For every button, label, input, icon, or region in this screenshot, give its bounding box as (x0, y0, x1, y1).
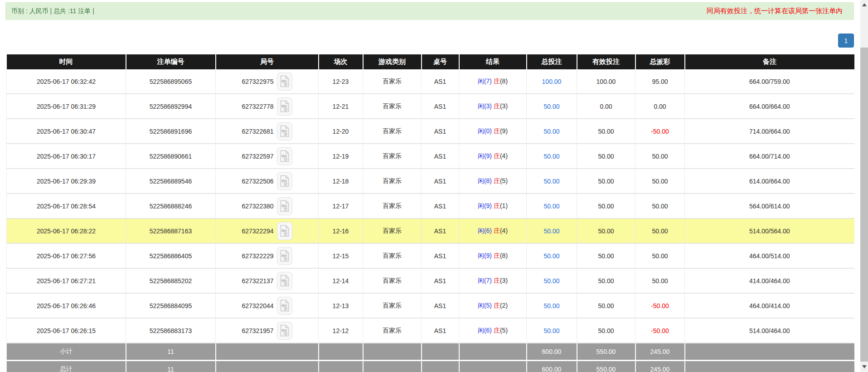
scrollbar-thumb[interactable] (860, 48, 868, 362)
cell-bet-id: 522586891696 (126, 119, 216, 144)
cell-game-type: 百家乐 (363, 119, 422, 144)
cell-total-bet[interactable]: 100.00 (527, 69, 577, 94)
cell-valid-bet: 50.00 (577, 119, 635, 144)
cell-game-type: 百家乐 (363, 218, 422, 243)
cell-game-type: 百家乐 (363, 193, 422, 218)
scroll-down-button[interactable] (862, 365, 867, 368)
cell-valid-bet: 100.00 (577, 69, 635, 94)
cell-session: 12-18 (319, 169, 363, 193)
header-round-id: 局号 (216, 54, 319, 69)
video-file-icon (280, 150, 290, 162)
cell-total-bet[interactable]: 50.00 (527, 268, 577, 293)
cell-remark: 664.00/664.00 (685, 94, 854, 119)
cell-payout: -50.00 (635, 293, 685, 318)
result-banker: 庄 (494, 152, 500, 159)
round-id: 627321957 (242, 327, 273, 334)
round-id: 627322229 (242, 252, 273, 260)
cell-time: 2025-06-17 06:26:46 (7, 293, 126, 318)
cell-result: 闲(6) 庄(4) (459, 218, 527, 243)
result-player: 闲(8) (478, 177, 492, 184)
result-banker: 庄 (494, 102, 500, 110)
header-total-bet: 总投注 (527, 54, 577, 69)
cell-time: 2025-06-17 06:30:17 (7, 144, 126, 169)
cell-valid-bet: 50.00 (577, 293, 635, 318)
video-replay-button[interactable] (277, 122, 292, 140)
result-banker-num: (5) (500, 327, 508, 334)
result-banker-num: (4) (500, 227, 508, 234)
video-file-icon (280, 100, 290, 112)
cell-total-bet[interactable]: 50.00 (527, 293, 577, 318)
table-body: 2025-06-17 06:32:42 522586895065 6273229… (7, 69, 854, 372)
cell-payout: 95.00 (635, 69, 685, 94)
bet-records-table: 时间 注单编号 局号 场次 游戏类别 桌号 结果 总投注 有效投注 总派彩 备注… (6, 54, 854, 372)
cell-table-no: AS1 (422, 193, 459, 218)
cell-game-type: 百家乐 (363, 243, 422, 268)
cell-bet-id: 522586884095 (126, 293, 216, 318)
video-file-icon (280, 175, 290, 187)
round-id: 627322137 (242, 277, 273, 285)
summary-row: 小计 11 600.00 550.00 245.00 (7, 343, 854, 361)
cell-table-no: AS1 (422, 293, 459, 318)
cell-remark: 464.00/414.00 (685, 293, 854, 318)
cell-table-no: AS1 (422, 94, 459, 119)
cell-result: 闲(0) 庄(9) (459, 119, 527, 144)
cell-table-no: AS1 (422, 69, 459, 94)
cell-total-bet[interactable]: 50.00 (527, 94, 577, 119)
cell-payout: 50.00 (635, 243, 685, 268)
video-file-icon (280, 200, 290, 212)
cell-payout: 0.00 (635, 94, 685, 119)
header-payout: 总派彩 (635, 54, 685, 69)
video-replay-button[interactable] (277, 272, 292, 290)
cell-valid-bet: 50.00 (577, 218, 635, 243)
result-banker: 庄 (494, 127, 500, 135)
cell-session: 12-15 (319, 243, 363, 268)
result-banker-num: (1) (500, 202, 508, 209)
cell-game-type: 百家乐 (363, 268, 422, 293)
cell-valid-bet: 50.00 (577, 193, 635, 218)
video-replay-button[interactable] (277, 247, 292, 265)
video-replay-button[interactable] (277, 172, 292, 190)
cell-remark: 664.00/714.00 (685, 144, 854, 169)
result-player: 闲(7) (478, 277, 492, 284)
cell-session: 12-17 (319, 193, 363, 218)
cell-total-bet[interactable]: 50.00 (527, 243, 577, 268)
summary-row: 总计 11 600.00 550.00 245.00 (7, 361, 854, 372)
cell-round: 627322597 (216, 144, 319, 169)
summary-valid-bet: 550.00 (577, 343, 635, 361)
cell-total-bet[interactable]: 50.00 (527, 144, 577, 169)
result-player: 闲(7) (478, 77, 492, 85)
cell-game-type: 百家乐 (363, 169, 422, 193)
video-replay-button[interactable] (277, 72, 292, 91)
cell-total-bet[interactable]: 50.00 (527, 169, 577, 193)
table-row: 2025-06-17 06:30:17 522586890661 6273225… (7, 144, 854, 169)
result-banker-num: (3) (500, 277, 508, 284)
cell-time: 2025-06-17 06:30:47 (7, 119, 126, 144)
cell-total-bet[interactable]: 50.00 (527, 218, 577, 243)
cell-valid-bet: 0.00 (577, 94, 635, 119)
cell-total-bet[interactable]: 50.00 (527, 318, 577, 343)
result-player: 闲(6) (478, 327, 492, 334)
cell-valid-bet: 50.00 (577, 169, 635, 193)
video-replay-button[interactable] (277, 147, 292, 165)
table-row: 2025-06-17 06:29:39 522586889546 6273225… (7, 169, 854, 193)
summary-valid-bet: 550.00 (577, 361, 635, 372)
round-id: 627322380 (242, 203, 273, 210)
cell-result: 闲(7) 庄(8) (459, 69, 527, 94)
video-replay-button[interactable] (277, 97, 292, 116)
cell-remark: 514.00/564.00 (685, 218, 854, 243)
video-replay-button[interactable] (277, 297, 292, 315)
pagination-page-1-button[interactable]: 1 (838, 34, 854, 48)
video-replay-button[interactable] (277, 222, 292, 240)
video-replay-button[interactable] (277, 322, 292, 340)
cell-result: 闲(8) 庄(5) (459, 169, 527, 193)
cell-total-bet[interactable]: 50.00 (527, 119, 577, 144)
result-banker: 庄 (494, 177, 500, 184)
scroll-up-button[interactable] (862, 3, 867, 6)
result-player: 闲(9) (478, 202, 492, 209)
cell-remark: 464.00/514.00 (685, 243, 854, 268)
cell-round: 627322778 (216, 94, 319, 119)
cell-total-bet[interactable]: 50.00 (527, 193, 577, 218)
cell-bet-id: 522586886405 (126, 243, 216, 268)
summary-payout: 245.00 (635, 343, 685, 361)
video-replay-button[interactable] (277, 197, 292, 215)
